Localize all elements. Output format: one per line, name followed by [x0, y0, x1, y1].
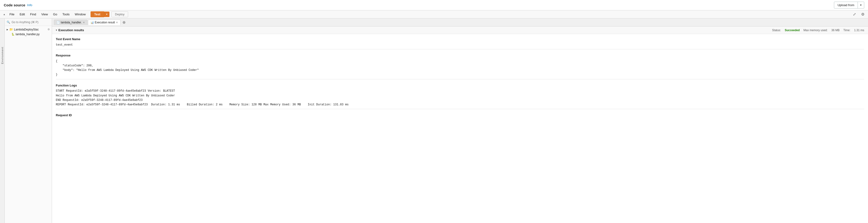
- response-section-title: Response: [56, 53, 864, 58]
- upload-from-button[interactable]: Upload from ▾: [834, 2, 864, 8]
- request-id-section-title: Request ID: [56, 113, 864, 118]
- status-value: Succeeded: [785, 29, 800, 32]
- folder-expand-icon: ▶: [7, 28, 8, 31]
- execution-status-bar: Status: Succeeded Max memory used: 36 MB…: [772, 29, 864, 32]
- time-label: Time:: [843, 29, 850, 32]
- tab-file-icon: 📄: [57, 21, 60, 24]
- status-label: Status:: [772, 29, 781, 32]
- tab-lambda-handler[interactable]: 📄 lambda_handler. ✕: [54, 20, 88, 25]
- settings-icon[interactable]: ⚙: [860, 11, 866, 18]
- execution-header: ▾ Execution results Status: Succeeded Ma…: [52, 27, 868, 34]
- function-logs-section-title: Function Logs: [56, 83, 864, 88]
- menu-window[interactable]: Window: [72, 11, 88, 17]
- search-input[interactable]: [11, 21, 50, 24]
- execution-title: ▾ Execution results: [56, 28, 84, 32]
- fullscreen-icon[interactable]: ⤢: [851, 11, 858, 18]
- tab-lambda-handler-label: lambda_handler.: [61, 21, 82, 24]
- execution-body: Test Event Name test_event Response { "s…: [52, 34, 868, 122]
- search-bar: 🔍: [5, 19, 52, 26]
- tabs-bar: 📄 lambda_handler. ✕ 📊 Execution result ✕…: [52, 19, 868, 27]
- test-event-section-title: Test Event Name: [56, 37, 864, 42]
- deploy-button[interactable]: Deploy: [111, 11, 128, 17]
- tab-execution-result[interactable]: 📊 Execution result ✕: [88, 20, 121, 25]
- exec-panel-title: Execution results: [58, 28, 84, 32]
- menu-edit[interactable]: Edit: [17, 11, 27, 17]
- menu-view[interactable]: View: [39, 11, 50, 17]
- file-tree: ▶ 📁 LambdaDeployStac ⚙ 🐍 lambda_handler.…: [5, 26, 52, 38]
- upload-from-arrow-icon: ▾: [858, 2, 864, 8]
- menu-bar: ▲ File Edit Find View Go Tools Window Te…: [0, 10, 868, 19]
- test-btn-group: Test ▾: [91, 11, 110, 17]
- page-title: Code source: [4, 3, 25, 7]
- menu-go[interactable]: Go: [51, 11, 60, 17]
- menu-find[interactable]: Find: [28, 11, 38, 17]
- file-name: lambda_handler.py: [16, 33, 39, 36]
- test-event-value: test_event: [56, 43, 864, 47]
- folder-name: LambdaDeployStac: [14, 28, 39, 31]
- menu-right-icons: ⤢ ⚙: [851, 11, 866, 18]
- function-logs-value: START RequestId: e2a5f59f-3248-4117-89fd…: [56, 89, 864, 107]
- tab-exec-icon: 📊: [91, 21, 94, 24]
- info-link[interactable]: Info: [27, 3, 32, 7]
- folder-icon: 📁: [9, 28, 13, 31]
- divider-1: [56, 49, 864, 50]
- divider-3: [56, 109, 864, 109]
- exec-collapse-icon[interactable]: ▾: [56, 29, 57, 31]
- time-value: 1.31 ms: [854, 29, 864, 32]
- environment-sidebar: Environment: [0, 19, 5, 223]
- tab-execution-result-close[interactable]: ✕: [116, 21, 118, 24]
- divider-2: [56, 79, 864, 79]
- editor-content: ▾ Execution results Status: Succeeded Ma…: [52, 27, 868, 223]
- collapse-button[interactable]: ▲: [2, 12, 7, 17]
- memory-value: 36 MB: [831, 29, 840, 32]
- tab-lambda-handler-close[interactable]: ✕: [83, 21, 85, 24]
- search-icon: 🔍: [7, 21, 10, 24]
- tab-execution-result-label: Execution result: [95, 21, 115, 24]
- folder-settings-icon[interactable]: ⚙: [48, 28, 50, 31]
- environment-label: Environment: [1, 47, 4, 64]
- file-explorer: 🔍 ▶ 📁 LambdaDeployStac ⚙ 🐍 lambda_handle…: [5, 19, 52, 223]
- test-button[interactable]: Test: [91, 11, 104, 17]
- tab-add-button[interactable]: ⊕: [121, 20, 127, 25]
- header-left: Code source Info: [4, 3, 32, 7]
- editor-area: 📄 lambda_handler. ✕ 📊 Execution result ✕…: [52, 19, 868, 223]
- response-value: { "statusCode": 200, "body": "Hello from…: [56, 59, 864, 77]
- upload-from-label: Upload from: [834, 2, 858, 8]
- execution-panel: ▾ Execution results Status: Succeeded Ma…: [52, 27, 868, 223]
- main-area: Environment 🔍 ▶ 📁 LambdaDeployStac ⚙ 🐍 l…: [0, 19, 868, 223]
- test-dropdown-button[interactable]: ▾: [104, 11, 110, 17]
- menu-tools[interactable]: Tools: [60, 11, 72, 17]
- header-bar: Code source Info Upload from ▾: [0, 0, 868, 10]
- memory-label: Max memory used:: [803, 29, 828, 32]
- file-icon: 🐍: [11, 33, 14, 36]
- menu-file[interactable]: File: [7, 11, 17, 17]
- folder-item[interactable]: ▶ 📁 LambdaDeployStac ⚙: [5, 27, 52, 32]
- file-item[interactable]: 🐍 lambda_handler.py: [5, 32, 52, 37]
